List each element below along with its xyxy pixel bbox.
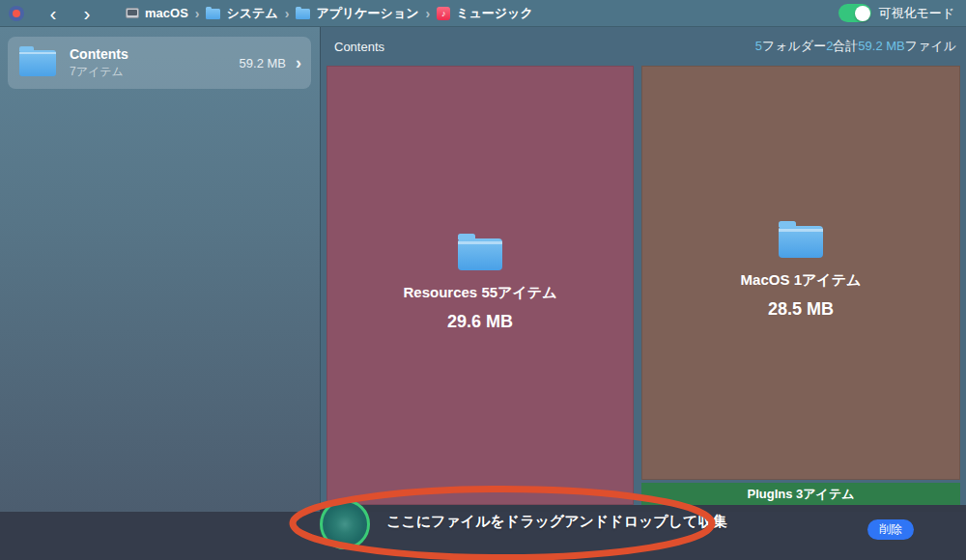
main-header: Contents 5フォルダー2合計59.2 MBファイル [321, 27, 966, 66]
folder-icon [779, 226, 823, 258]
chevron-separator-icon: › [285, 6, 290, 21]
summary-total-size: 59.2 MB [858, 39, 904, 53]
back-button[interactable]: ‹ [39, 1, 68, 26]
collection-drop-target-icon[interactable] [320, 499, 370, 549]
forward-button[interactable]: › [72, 1, 101, 26]
visualization-mode-toggle[interactable] [838, 4, 871, 22]
disk-analyzer-window: { "toolbar": { "back_icon": "‹", "forwar… [0, 0, 966, 560]
block-count-resources: 55アイテム [481, 284, 556, 300]
folder-icon [296, 9, 310, 19]
sidebar-item-name: Contents [70, 46, 128, 62]
block-size-macos: 28.5 MB [768, 299, 834, 320]
block-count-plugins: 3アイテム [796, 487, 854, 501]
music-app-icon: ♪ [437, 7, 450, 20]
sidebar-item-contents[interactable]: Contents 7アイテム 59.2 MB › [8, 37, 311, 89]
summary-folder-count: 5 [755, 39, 762, 53]
sidebar: Contents 7アイテム 59.2 MB › [0, 27, 320, 512]
treemap-block-resources[interactable]: Resources 55アイテム 29.6 MB [327, 66, 634, 505]
sidebar-item-count: 7アイテム [70, 64, 128, 80]
block-count-macos: 1アイテム [794, 271, 862, 288]
computer-icon [126, 8, 139, 18]
main-content: Contents 5フォルダー2合計59.2 MBファイル Resources … [320, 27, 966, 505]
summary-file-label: ファイル [905, 39, 956, 53]
treemap-block-plugins[interactable]: PlugIns 3アイテム [641, 483, 960, 505]
folder-summary: 5フォルダー2合計59.2 MBファイル [755, 38, 956, 55]
folder-icon [19, 50, 56, 76]
block-name-plugins: PlugIns [747, 487, 792, 501]
folder-icon [458, 238, 502, 270]
breadcrumb-item-music[interactable]: ♪ ミュージック [437, 5, 533, 22]
page-title: Contents [334, 40, 384, 54]
breadcrumb-item-applications[interactable]: アプリケーション [296, 5, 418, 22]
treemap: Resources 55アイテム 29.6 MB MacOS 1アイテム 28.… [327, 66, 959, 505]
summary-folder-label: フォルダー [762, 39, 826, 53]
breadcrumb: macOS › システム › アプリケーション › ♪ ミュージック [126, 5, 533, 22]
visualization-mode-label: 可視化モード [878, 5, 954, 22]
sidebar-item-size: 59.2 MB [240, 56, 286, 70]
delete-button[interactable]: 削除 [867, 519, 914, 540]
folder-icon [206, 9, 220, 19]
chevron-separator-icon: › [426, 6, 431, 21]
block-name-macos: MacOS [741, 271, 790, 288]
block-size-resources: 29.6 MB [447, 312, 513, 332]
visualization-mode-control: 可視化モード [838, 4, 954, 22]
close-window-button[interactable] [9, 6, 24, 21]
chevron-right-icon[interactable]: › [296, 54, 301, 71]
summary-total-label: 合計 [833, 39, 858, 53]
block-name-resources: Resources [404, 284, 478, 300]
chevron-separator-icon: › [195, 6, 200, 21]
breadcrumb-item-macos[interactable]: macOS [126, 6, 188, 20]
treemap-block-macos[interactable]: MacOS 1アイテム 28.5 MB [641, 66, 960, 480]
toolbar: ‹ › macOS › システム › アプリケーション › ♪ ミュージック 可… [0, 0, 966, 27]
breadcrumb-item-system[interactable]: システム [206, 5, 277, 22]
drop-hint-text: ここにファイルをドラッグアンドドロップして収集 [386, 513, 726, 531]
